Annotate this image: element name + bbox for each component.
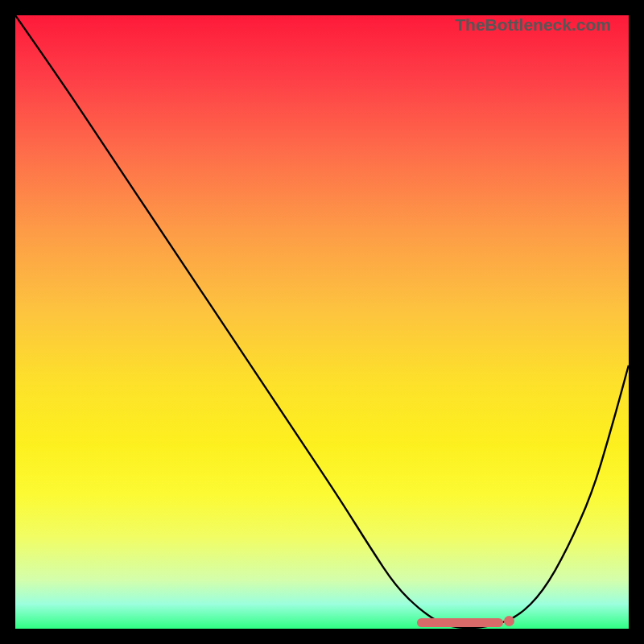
- curve-path: [15, 15, 629, 628]
- bottleneck-curve: [15, 15, 629, 629]
- chart-frame: TheBottleneck.com: [0, 0, 644, 644]
- plot-area: TheBottleneck.com: [15, 15, 629, 629]
- optimal-point-dot: [504, 616, 514, 626]
- optimal-range-band: [417, 618, 503, 627]
